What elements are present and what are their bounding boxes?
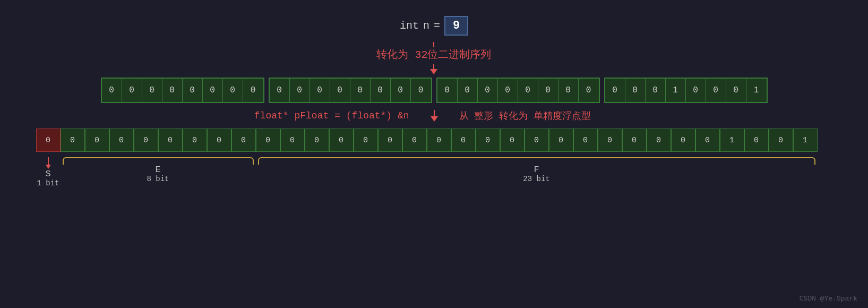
- float-bit-cell: 0: [622, 129, 647, 152]
- bit-cell: 0: [605, 79, 625, 102]
- bit-cell: 0: [538, 79, 558, 102]
- s-bits-label: 1 bit: [37, 179, 59, 187]
- watermark: CSDN @Ye.Spark: [800, 295, 857, 303]
- bit-cell: 0: [183, 79, 203, 102]
- float-bit-cell: 0: [354, 129, 378, 152]
- mid-arrow-line: [434, 110, 435, 116]
- convert-section: 转化为 32位二进制序列: [376, 42, 491, 74]
- center-arrow: [431, 110, 438, 122]
- float-bit-cell: 0: [647, 129, 671, 152]
- bit-cell: 0: [518, 79, 538, 102]
- bit-cell: 0: [330, 79, 350, 102]
- float-bit-cell: 0: [256, 129, 280, 152]
- bit-cell: 0: [726, 79, 746, 102]
- float-bit-cell: 0: [183, 129, 207, 152]
- bit-cell: 0: [102, 79, 122, 102]
- float-bit-cell: 0: [109, 129, 134, 152]
- arrow-line-bottom: [433, 64, 434, 69]
- main-container: int n = 9 转化为 32位二进制序列 00000000000000000…: [0, 0, 868, 308]
- bit-cell: 1: [746, 79, 767, 102]
- mid-arrow-tip: [431, 116, 438, 122]
- int-binary-row: 00000000000000000000000000010001: [99, 78, 770, 103]
- s-arrow: [48, 157, 49, 165]
- s-label: S: [45, 169, 50, 179]
- f-bits-label: 23 bit: [523, 175, 549, 183]
- bit-cell: 0: [162, 79, 183, 102]
- e-label: E: [155, 165, 160, 175]
- float-binary-row: 00000000000000000000000000001001: [36, 129, 832, 152]
- bit-cell: 0: [686, 79, 706, 102]
- arrow-tip-down: [430, 69, 437, 74]
- float-bit-cell: 0: [573, 129, 598, 152]
- top-declaration: int n = 9: [400, 16, 468, 36]
- float-bit-cell: 1: [793, 129, 818, 152]
- float-bit-cell: 0: [61, 129, 85, 152]
- float-bit-cell: 0: [427, 129, 451, 152]
- float-bit-cell: 0: [402, 129, 427, 152]
- bit-cell: 0: [270, 79, 290, 102]
- bit-cell: 0: [411, 79, 431, 102]
- float-bit-cell: 0: [158, 129, 183, 152]
- convert-label: 转化为 32位二进制序列: [376, 47, 491, 62]
- bit-cell: 0: [243, 79, 263, 102]
- var-name: n: [423, 20, 429, 32]
- float-bit-cell: 0: [378, 129, 402, 152]
- float-bit-cell: 0: [207, 129, 231, 152]
- from-label: 从 整形 转化为 单精度浮点型: [438, 109, 806, 122]
- bit-cell: 0: [290, 79, 310, 102]
- float-bit-cell: 0: [549, 129, 573, 152]
- bit-cell: 0: [706, 79, 726, 102]
- bit-group: 00010001: [604, 78, 768, 103]
- bit-cell: 0: [437, 79, 458, 102]
- label-e-group: E8 bit: [61, 157, 256, 183]
- int-keyword: int: [400, 20, 419, 32]
- bit-cell: 0: [458, 79, 478, 102]
- f-label: F: [534, 165, 539, 175]
- bit-cell: 0: [122, 79, 142, 102]
- float-bit-cell: 0: [280, 129, 305, 152]
- f-brace: [258, 157, 815, 165]
- bottom-labels: S1 bitE8 bitF23 bit: [36, 157, 832, 187]
- bit-cell: 0: [371, 79, 391, 102]
- float-bit-cell: 0: [134, 129, 158, 152]
- float-bit-cell: 0: [85, 129, 109, 152]
- e-bits-label: 8 bit: [147, 175, 169, 183]
- float-bit-cell: 0: [744, 129, 769, 152]
- bit-cell: 0: [350, 79, 371, 102]
- bit-cell: 0: [625, 79, 646, 102]
- float-bit-cell: 0: [476, 129, 500, 152]
- bit-cell: 0: [478, 79, 498, 102]
- bit-group: 00000000: [101, 78, 264, 103]
- float-bit-cell: 0: [231, 129, 256, 152]
- bit-cell: 0: [203, 79, 223, 102]
- bit-cell: 0: [646, 79, 666, 102]
- bit-cell: 0: [498, 79, 518, 102]
- float-bit-cell: 0: [500, 129, 525, 152]
- value-box: 9: [444, 16, 468, 36]
- float-declaration: float* pFloat = (float*) &n: [63, 110, 431, 121]
- s-arrow-tip: [46, 165, 51, 169]
- label-s-group: S1 bit: [36, 157, 61, 187]
- float-bit-cell: 0: [525, 129, 549, 152]
- float-bit-cell: 0: [671, 129, 695, 152]
- bit-group: 00000000: [436, 78, 600, 103]
- e-brace: [63, 157, 254, 165]
- value: 9: [453, 19, 460, 32]
- float-bit-cell: 0: [329, 129, 354, 152]
- equals-sign: =: [434, 20, 440, 32]
- bit-cell: 0: [558, 79, 579, 102]
- bit-cell: 0: [142, 79, 162, 102]
- float-bit-cell: 0: [36, 129, 61, 152]
- float-bit-cell: 0: [695, 129, 720, 152]
- arrow-line-top: [433, 42, 434, 47]
- bit-cell: 0: [223, 79, 243, 102]
- float-bit-cell: 0: [451, 129, 476, 152]
- bit-cell: 1: [666, 79, 686, 102]
- bit-cell: 0: [310, 79, 330, 102]
- float-bit-cell: 0: [769, 129, 793, 152]
- float-bit-cell: 0: [305, 129, 329, 152]
- bit-group: 00000000: [269, 78, 432, 103]
- middle-section: float* pFloat = (float*) &n 从 整形 转化为 单精度…: [63, 109, 806, 122]
- bit-cell: 0: [391, 79, 411, 102]
- label-f-group: F23 bit: [256, 157, 818, 183]
